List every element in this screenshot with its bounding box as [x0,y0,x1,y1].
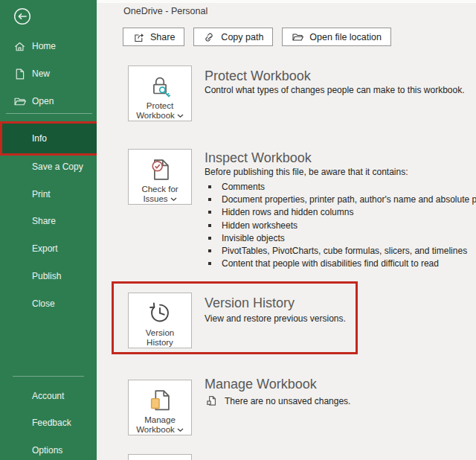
list-item: Document properties, printer path, autho… [208,193,476,205]
copy-path-button-label: Copy path [221,32,263,42]
sidebar-divider [6,113,92,114]
sidebar-item-label: Home [32,41,56,51]
version-history-clock-icon [146,298,174,328]
new-document-icon [13,68,26,80]
sidebar-item-new[interactable]: New [0,65,97,83]
folder-icon [292,31,303,43]
list-item: Content that people with disabilities fi… [208,258,476,270]
tile-label: Version History [146,328,174,348]
sidebar-item-label: Open [32,96,54,106]
bullet-square-icon [208,249,211,252]
status-text: There are no unsaved changes. [225,396,350,406]
top-strip [97,0,476,3]
share-icon [132,31,144,43]
copy-path-button[interactable]: Copy path [193,28,273,46]
unsaved-changes-status: There are no unsaved changes. [205,394,350,407]
sidebar-item-label: Info [32,133,47,144]
document-toolbar: Share Copy path Open file location [123,28,391,46]
tile-label: Check for Issues [141,185,178,204]
bullet-square-icon [208,198,211,201]
sidebar-item-feedback[interactable]: Feedback [32,417,71,429]
list-item: Hidden rows and hidden columns [208,206,476,219]
sidebar-item-print[interactable]: Print [32,188,51,200]
dropdown-caret-icon [177,114,184,118]
sidebar-item-share[interactable]: Share [32,215,56,227]
list-item: Invisible objects [208,231,476,244]
document-location-label: OneDrive - Personal [123,6,208,16]
protect-workbook-description: Control what types of changes people can… [205,84,465,96]
check-for-issues-button[interactable]: Check for Issues [128,149,192,205]
share-button-label: Share [150,32,175,42]
sidebar-item-label: New [32,68,50,79]
open-folder-icon [13,95,26,108]
inspect-workbook-description: Before publishing this file, be aware th… [205,166,408,178]
back-arrow-icon [13,7,32,26]
info-page-content: OneDrive - Personal Share Copy path [97,0,476,460]
protect-workbook-title: Protect Workbook [205,67,311,85]
dropdown-caret-icon [170,197,177,202]
inspect-findings-list: Comments Document properties, printer pa… [208,180,476,270]
open-file-location-button-label: Open file location [309,32,382,42]
dropdown-caret-icon [177,428,184,432]
bullet-square-icon [208,237,211,240]
protect-workbook-button[interactable]: Protect Workbook [128,66,192,121]
sidebar-item-publish[interactable]: Publish [32,270,61,282]
sidebar-item-close[interactable]: Close [32,298,55,310]
bullet-square-icon [208,262,211,265]
bullet-square-icon [208,224,211,227]
bullet-square-icon [208,211,211,214]
inspect-workbook-title: Inspect Workbook [205,149,312,167]
sidebar-item-account[interactable]: Account [32,390,64,402]
unsaved-changes-icon [205,394,218,407]
link-icon [203,31,215,43]
tile-label: Protect Workbook [136,101,184,121]
partial-button-tile[interactable] [128,454,192,460]
sidebar-item-home[interactable]: Home [0,37,97,55]
version-history-button[interactable]: Version History [128,293,192,348]
home-icon [13,40,26,53]
version-history-description: View and restore previous versions. [205,313,346,325]
lock-key-icon [146,71,174,101]
manage-workbook-button[interactable]: Manage Workbook [128,380,192,435]
sidebar-item-save-a-copy[interactable]: Save a Copy [32,161,83,173]
sidebar-item-export[interactable]: Export [32,243,58,255]
list-item: Hidden worksheets [208,219,476,231]
inspect-document-check-icon [146,155,174,185]
list-item: Comments [208,180,476,193]
manage-workbook-document-icon [146,386,174,415]
open-file-location-button[interactable]: Open file location [282,28,391,46]
list-item: PivotTables, PivotCharts, cube formulas,… [208,244,476,257]
manage-workbook-title: Manage Workbook [205,375,317,393]
share-button[interactable]: Share [123,28,184,46]
sidebar-item-options[interactable]: Options [32,444,62,456]
tile-label: Manage Workbook [136,415,184,435]
version-history-title: Version History [205,294,295,312]
bullet-square-icon [208,185,211,188]
sidebar-divider [13,376,84,377]
back-button[interactable] [13,7,32,26]
sidebar-item-open[interactable]: Open [0,92,97,110]
backstage-sidebar: Home New Open Info Save a Copy Print Sha… [0,0,97,460]
sidebar-item-info-selected[interactable]: Info [0,121,101,156]
